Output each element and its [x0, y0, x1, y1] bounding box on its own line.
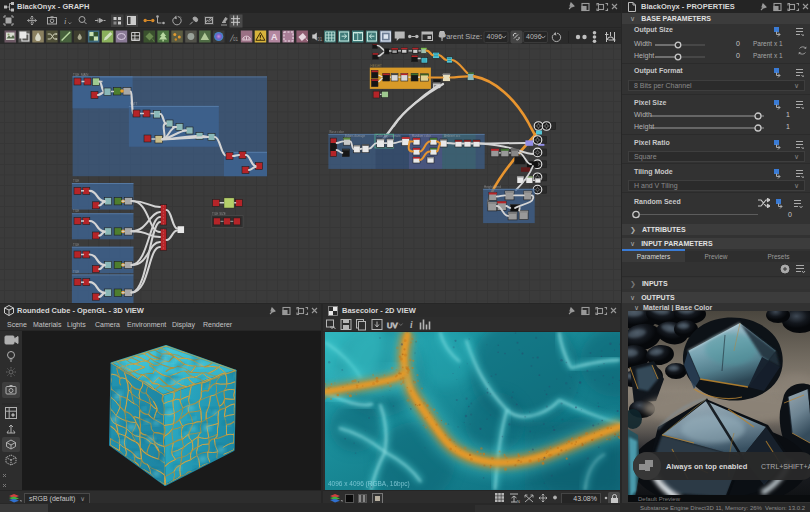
svg-text:4096: 4096 — [487, 33, 503, 40]
svg-text:TILE: TILE — [73, 209, 79, 213]
svg-text:TILE: TILE — [73, 270, 79, 274]
svg-text:Color Approximate: Color Approximate — [376, 134, 401, 138]
svg-text:01: 01 — [233, 37, 239, 42]
svg-text:TILE_MAIN: TILE_MAIN — [73, 73, 89, 77]
svg-text:Parent Size:: Parent Size: — [441, 32, 482, 41]
svg-text:TILE SIZE: TILE SIZE — [212, 212, 226, 216]
svg-text:HEIGHT: HEIGHT — [371, 64, 383, 68]
svg-text:TILE: TILE — [73, 179, 79, 183]
svg-text:Base color: Base color — [330, 130, 344, 134]
svg-text:TILE: TILE — [73, 243, 79, 247]
svg-text:UV: UV — [387, 321, 397, 330]
svg-text:CTRL+SHIFT+A: CTRL+SHIFT+A — [761, 463, 810, 470]
svg-text:Default Preview: Default Preview — [638, 496, 681, 502]
svg-text:i: i — [410, 320, 413, 330]
svg-text:A: A — [271, 32, 278, 42]
svg-text:Ambient occ: Ambient occ — [444, 134, 461, 138]
svg-text:i: i — [64, 16, 67, 26]
svg-text:Height blend: Height blend — [484, 185, 501, 189]
svg-text:Always on top enabled: Always on top enabled — [666, 462, 748, 471]
svg-text:01: 01 — [317, 37, 323, 42]
svg-text:Random color: Random color — [412, 134, 431, 138]
svg-text:4096: 4096 — [526, 33, 542, 40]
